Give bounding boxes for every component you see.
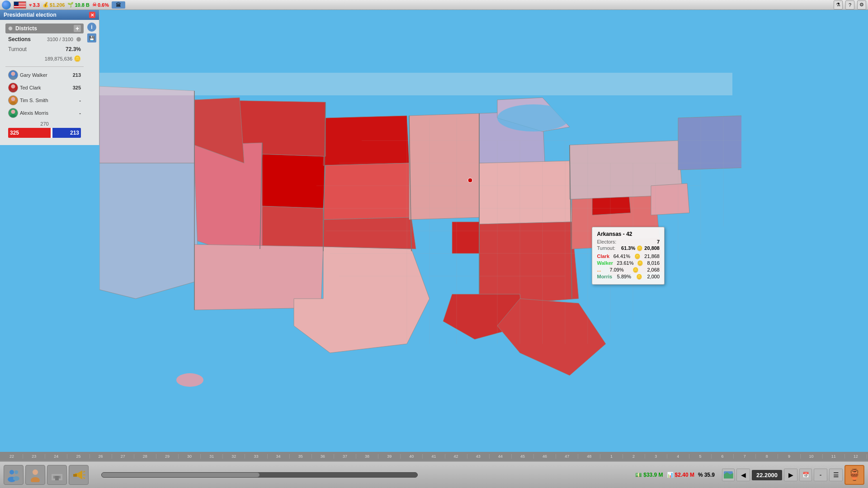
svg-marker-16 [260, 206, 323, 249]
tick-48: 48 [578, 454, 600, 459]
svg-point-3 [10, 89, 17, 92]
tooltip-electors-label: Electors: [597, 239, 616, 244]
save-button[interactable]: 💾 [87, 33, 96, 42]
tick-23: 23 [23, 454, 45, 459]
stat-cash: 💵 $33.9 M [635, 472, 663, 478]
people-toolbar-button[interactable] [4, 465, 24, 485]
tick-30: 30 [179, 454, 201, 459]
votes-row: 189,875,636 🪙 [5, 54, 84, 65]
candidate-row-walker[interactable]: Gary Walker 213 [5, 69, 84, 81]
tooltip-turnout-row: Turnout: 61.3% 🪙 20,808 [597, 245, 660, 251]
expense-value: $2.40 M [675, 472, 694, 478]
tooltip-smith-row: ... 7.09% 🪙 2,068 [597, 267, 660, 273]
tooltip-morris-label: Morris [597, 274, 612, 280]
candidate-row-morris[interactable]: Alexis Morris - [5, 107, 84, 119]
svg-marker-20 [99, 163, 199, 299]
approval-value: 3.3 [33, 2, 40, 8]
tooltip-electors-row: Electors: 7 [597, 239, 660, 244]
svg-point-41 [362, 353, 542, 407]
person-toolbar-button[interactable] [25, 465, 45, 485]
svg-line-83 [83, 471, 85, 472]
tick-22: 22 [1, 454, 23, 459]
svg-point-75 [31, 477, 40, 482]
tick-28: 28 [134, 454, 156, 459]
svg-marker-23 [323, 217, 416, 249]
votes-count: 189,875,636 [45, 56, 72, 61]
districts-add-button[interactable]: + [74, 25, 81, 32]
cash-value: $33.9 M [643, 472, 663, 478]
panel-title-bar: Presidential election ✕ [0, 10, 99, 20]
megaphone-toolbar-button[interactable] [69, 465, 89, 485]
svg-marker-37 [651, 183, 689, 215]
candidate-votes-smith: - [79, 98, 81, 103]
sections-label: Sections [8, 36, 31, 42]
avatar-walker [8, 70, 18, 80]
turnout-label: Turnout [8, 46, 27, 52]
electoral-section: 270 325 213 [5, 119, 84, 140]
tooltip-morris-coin: 🪙 [636, 274, 642, 280]
pollution-icon: ☠ [92, 2, 97, 8]
tick-37: 37 [334, 454, 356, 459]
stat-percent: % 35.9 [698, 472, 715, 478]
tick-25: 25 [67, 454, 90, 459]
candidate-row-smith[interactable]: Tim S. Smith - [5, 94, 84, 107]
zoom-out-button[interactable]: - [814, 469, 827, 481]
sections-dot [76, 37, 81, 42]
panel-close-button[interactable]: ✕ [89, 12, 95, 18]
calendar-button[interactable]: 📅 [799, 469, 812, 481]
stat-pollution: ☠ 0.6% [92, 2, 109, 8]
candidate-name-smith: Tim S. Smith [20, 98, 77, 103]
help-button[interactable]: ? [845, 0, 854, 9]
info-button[interactable]: i [87, 23, 96, 32]
candidate-row-clark[interactable]: Ted Clark 325 [5, 81, 84, 94]
tick-33: 33 [245, 454, 267, 459]
character-icon-button[interactable]: 🏺 [844, 465, 864, 485]
tick-44: 44 [490, 454, 512, 459]
expense-icon: 📊 [667, 472, 674, 478]
settings-button[interactable]: ⚙ [857, 0, 866, 9]
progress-bar[interactable] [101, 472, 418, 478]
electoral-threshold: 270 [8, 121, 81, 127]
tick-12: 12 [845, 454, 867, 459]
svg-marker-77 [52, 469, 62, 474]
tick-11: 11 [823, 454, 845, 459]
tick-5: 5 [689, 454, 712, 459]
sections-row: Sections 3100 / 3100 [5, 35, 84, 43]
districts-label: Districts [15, 25, 37, 32]
sections-value: 3100 / 3100 [47, 37, 73, 42]
tick-6: 6 [712, 454, 734, 459]
tick-26: 26 [90, 454, 112, 459]
prev-button[interactable]: ◀ [736, 469, 750, 481]
tick-2: 2 [623, 454, 645, 459]
stat-expense: 📊 $2.40 M [667, 472, 694, 478]
svg-rect-82 [73, 474, 77, 477]
svg-marker-26 [479, 161, 572, 224]
list-view-button[interactable]: ☰ [829, 469, 843, 481]
avatar-smith [8, 95, 18, 105]
globe-icon[interactable] [2, 0, 11, 9]
next-button[interactable]: ▶ [784, 469, 797, 481]
svg-point-5 [10, 102, 17, 105]
tooltip-clark-coin: 🪙 [634, 253, 641, 259]
tooltip-title: Arkansas - 42 [597, 231, 660, 237]
electoral-bar: 325 213 [8, 128, 81, 138]
tick-8: 8 [756, 454, 778, 459]
stat-money: 💰 $1.206 [42, 2, 65, 8]
map-view-button[interactable] [722, 469, 735, 481]
tooltip-clark-label: Clark [597, 253, 609, 259]
svg-marker-15 [323, 163, 411, 220]
tooltip-turnout-label: Turnout: [597, 245, 615, 251]
tick-41: 41 [423, 454, 445, 459]
tick-29: 29 [156, 454, 179, 459]
map-area[interactable]: Arkansas - 42 Electors: 7 Turnout: 61.3%… [99, 10, 868, 461]
left-panel: Presidential election ✕ Districts + Sect… [0, 10, 99, 145]
tooltip-clark-money: 21,868 [644, 253, 660, 259]
tooltip-electors-value: 7 [657, 239, 660, 244]
svg-point-69 [468, 178, 472, 183]
tick-9: 9 [778, 454, 800, 459]
tick-47: 47 [556, 454, 578, 459]
filter-button[interactable]: ⚗ [834, 0, 843, 9]
avatar-clark [8, 83, 18, 93]
building-toolbar-button[interactable] [47, 465, 67, 485]
candidate-votes-walker: 213 [73, 72, 81, 78]
